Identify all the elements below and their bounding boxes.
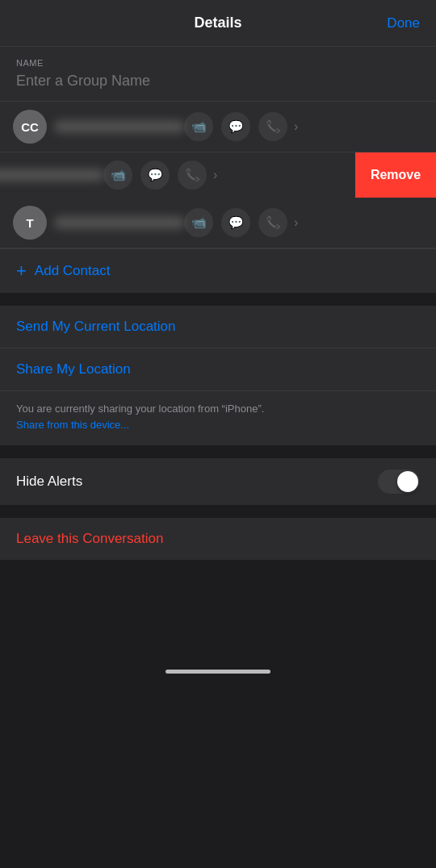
toggle-knob bbox=[397, 471, 418, 492]
add-icon: + bbox=[16, 262, 27, 280]
chevron-right-icon-cc: › bbox=[294, 119, 298, 134]
name-section: NAME bbox=[0, 47, 436, 102]
send-location-item[interactable]: Send My Current Location bbox=[0, 306, 436, 348]
remove-button[interactable]: Remove bbox=[355, 152, 436, 198]
contacts-section: CC 📹 💬 📞 › 📹 💬 bbox=[0, 102, 436, 248]
video-call-button-cc[interactable]: 📹 bbox=[184, 112, 213, 141]
contact-row-t: T 📹 💬 📞 › bbox=[0, 198, 436, 248]
phone-button-t[interactable]: 📞 bbox=[258, 208, 287, 237]
phone-icon-t: 📞 bbox=[266, 215, 281, 230]
done-button[interactable]: Done bbox=[387, 15, 420, 31]
leave-conversation-button[interactable]: Leave this Conversation bbox=[16, 531, 163, 546]
hide-alerts-label: Hide Alerts bbox=[16, 474, 82, 490]
location-section: Send My Current Location Share My Locati… bbox=[0, 306, 436, 452]
section-gap-3 bbox=[0, 511, 436, 518]
share-location-item[interactable]: Share My Location bbox=[0, 348, 436, 391]
contact-actions-t: 📹 💬 📞 bbox=[184, 208, 287, 237]
video-icon-2: 📹 bbox=[111, 168, 126, 182]
chevron-right-icon-t: › bbox=[294, 215, 298, 230]
home-indicator bbox=[166, 670, 270, 674]
add-contact-label: Add Contact bbox=[35, 263, 111, 279]
contact-row-cc: CC 📹 💬 📞 › bbox=[0, 102, 436, 152]
add-contact-section: + Add Contact bbox=[0, 248, 436, 299]
spacer bbox=[0, 560, 436, 657]
location-note-text: You are currently sharing your location … bbox=[16, 403, 264, 415]
hide-alerts-section: Hide Alerts bbox=[0, 458, 436, 505]
contact-row-2: 📹 💬 📞 › bbox=[0, 152, 355, 198]
header-title: Details bbox=[194, 15, 241, 31]
group-name-input[interactable] bbox=[16, 73, 420, 90]
contact-actions-cc: 📹 💬 📞 bbox=[184, 112, 287, 141]
message-icon-2: 💬 bbox=[148, 168, 163, 182]
section-gap-2 bbox=[0, 452, 436, 458]
location-note: You are currently sharing your location … bbox=[0, 391, 436, 445]
contact-name-2 bbox=[0, 169, 103, 181]
video-call-button-t[interactable]: 📹 bbox=[184, 208, 213, 237]
message-button-t[interactable]: 💬 bbox=[221, 208, 250, 237]
share-from-device-link[interactable]: Share from this device... bbox=[16, 419, 129, 431]
contact-actions-2: 📹 💬 📞 bbox=[103, 161, 207, 190]
message-button-cc[interactable]: 💬 bbox=[221, 112, 250, 141]
header: Details Done bbox=[0, 0, 436, 47]
phone-button-cc[interactable]: 📞 bbox=[258, 112, 287, 141]
hide-alerts-toggle[interactable] bbox=[378, 469, 420, 494]
contact-row-2-wrapper: 📹 💬 📞 › Remove bbox=[0, 152, 436, 198]
share-location-label: Share My Location bbox=[16, 361, 131, 377]
video-icon-t: 📹 bbox=[191, 215, 207, 230]
video-call-button-2[interactable]: 📹 bbox=[103, 161, 132, 190]
phone-icon: 📞 bbox=[266, 119, 281, 134]
message-icon-t: 💬 bbox=[228, 215, 244, 230]
contact-name-t bbox=[55, 217, 184, 228]
message-icon: 💬 bbox=[228, 119, 244, 134]
phone-button-2[interactable]: 📞 bbox=[178, 161, 207, 190]
leave-section: Leave this Conversation bbox=[0, 518, 436, 560]
phone-icon-2: 📞 bbox=[185, 168, 200, 182]
section-gap-1 bbox=[0, 299, 436, 306]
bottom-bar bbox=[0, 657, 436, 680]
avatar-t: T bbox=[13, 206, 47, 240]
video-icon: 📹 bbox=[191, 119, 207, 134]
chevron-right-icon-2: › bbox=[213, 168, 217, 182]
add-contact-button[interactable]: + Add Contact bbox=[16, 262, 420, 280]
hide-alerts-row: Hide Alerts bbox=[0, 458, 436, 505]
contact-name-cc bbox=[55, 121, 184, 132]
send-location-label: Send My Current Location bbox=[16, 319, 176, 334]
avatar-cc: CC bbox=[13, 110, 47, 144]
message-button-2[interactable]: 💬 bbox=[140, 161, 170, 190]
name-label: NAME bbox=[16, 58, 420, 68]
